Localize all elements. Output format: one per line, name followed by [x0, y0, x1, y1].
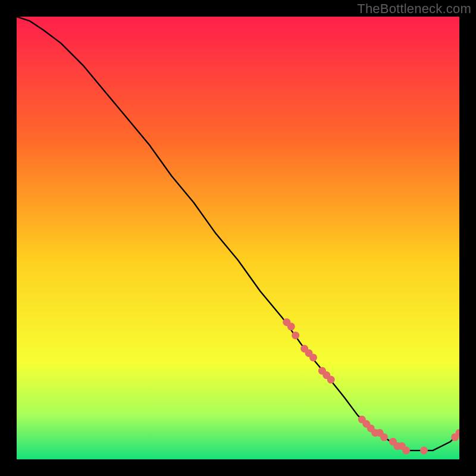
highlight-marker [327, 376, 335, 384]
highlight-marker [420, 447, 428, 455]
chart-frame: TheBottleneck.com [0, 0, 476, 476]
highlight-marker [287, 322, 295, 330]
watermark-text: TheBottleneck.com [357, 1, 471, 17]
chart-svg [17, 17, 459, 459]
highlight-marker [292, 331, 299, 339]
highlight-marker [380, 433, 388, 441]
gradient-background [17, 17, 459, 459]
highlight-marker [309, 353, 317, 361]
highlight-marker [402, 447, 410, 455]
plot-area [17, 17, 459, 459]
